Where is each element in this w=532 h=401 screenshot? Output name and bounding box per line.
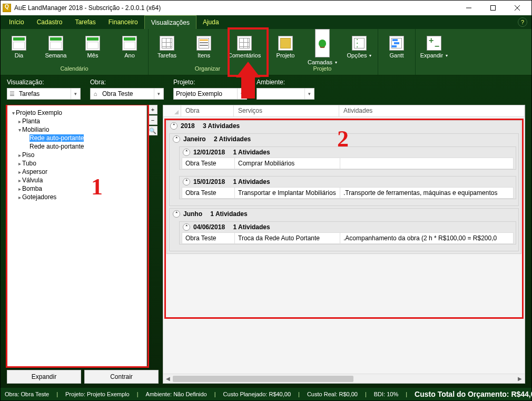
combo-visualizacao[interactable]: ☰ Tarefas ▾ xyxy=(7,88,81,100)
table-row[interactable]: Obra TesteTransportar e Implantar Mobili… xyxy=(182,187,514,199)
group-header[interactable]: ˄15/01/2018 1 Atividades xyxy=(180,177,516,187)
ribbon-group-projeto: Projeto Camadas Opções Projeto xyxy=(267,29,378,75)
ribbon-group-label: Calendário xyxy=(1,65,148,75)
calendar-icon xyxy=(85,36,100,51)
ribbon-mes[interactable]: Mês xyxy=(74,29,111,65)
tree-search-button[interactable]: 🔍 xyxy=(148,126,157,135)
scroll-right-icon[interactable]: ▶ xyxy=(515,376,525,382)
chevron-up-icon[interactable]: ˄ xyxy=(170,122,178,130)
maximize-button[interactable] xyxy=(481,1,505,15)
ribbon-itens[interactable]: Itens xyxy=(185,29,222,65)
project-icon xyxy=(278,36,293,51)
ribbon-comentarios[interactable]: Comentários xyxy=(222,29,267,65)
tree-add-button[interactable]: + xyxy=(148,105,157,114)
menu-ajuda[interactable]: Ajuda xyxy=(196,15,225,29)
expand-icon xyxy=(427,36,441,51)
scroll-thumb[interactable] xyxy=(173,376,353,382)
close-button[interactable] xyxy=(505,1,529,15)
menu-cadastro[interactable]: Cadastro xyxy=(31,15,69,29)
calendar-icon xyxy=(48,36,63,51)
ribbon-opcoes[interactable]: Opções xyxy=(341,29,378,65)
menu-tarefas[interactable]: Tarefas xyxy=(68,15,102,29)
menu-inicio[interactable]: Início xyxy=(3,15,31,29)
group-day: ˄15/01/2018 1 AtividadesObra TesteTransp… xyxy=(179,176,516,199)
status-planejado: Custo Planejado: R$40,00 xyxy=(223,391,291,397)
contract-button[interactable]: Contrair xyxy=(84,370,159,384)
chevron-up-icon[interactable]: ˄ xyxy=(183,223,190,231)
label-visualizacao: Visualização: xyxy=(7,79,81,86)
cell-servicos: Transportar e Implantar Mobiliários xyxy=(235,188,340,198)
chevron-up-icon[interactable]: ˄ xyxy=(173,135,180,143)
calendar-icon xyxy=(122,36,137,51)
horizontal-scrollbar[interactable]: ◀ ▶ xyxy=(163,374,525,383)
comment-icon xyxy=(237,36,252,51)
group-header[interactable]: ˄04/06/2018 1 Atividades xyxy=(180,222,516,232)
tree-item[interactable]: ▸Bomba xyxy=(9,184,144,193)
grid-corner[interactable] xyxy=(163,105,181,116)
ribbon-dia[interactable]: Dia xyxy=(1,29,37,65)
status-projeto: Projeto: Projeto Exemplo xyxy=(65,391,130,397)
tree-item[interactable]: ▸Aspersor xyxy=(9,168,144,176)
chevron-up-icon[interactable]: ˄ xyxy=(173,210,180,218)
ribbon-group-gantt: Gantt xyxy=(378,29,416,75)
options-icon xyxy=(352,36,367,51)
chevron-up-icon[interactable]: ˄ xyxy=(183,149,190,156)
menu-visualizacoes[interactable]: Visualizações xyxy=(144,15,196,29)
layers-icon xyxy=(315,29,330,57)
tree-item[interactable]: ▸Válvula xyxy=(9,176,144,184)
minimize-button[interactable] xyxy=(457,1,481,15)
group-header[interactable]: ˄Junho 1 Atividades xyxy=(170,209,518,219)
tree-side-buttons: + − 🔍 xyxy=(148,105,159,367)
grid-body[interactable]: ˄ 2018 3 Atividades ˄Janeiro 2 Atividade… xyxy=(163,117,525,374)
app-icon xyxy=(3,4,11,12)
tree-item[interactable]: ▸Planta xyxy=(9,117,144,125)
tree-item[interactable]: ▸Tubo xyxy=(9,159,144,168)
ribbon-ano[interactable]: Ano xyxy=(111,29,148,65)
col-header-atividades[interactable]: Atividades xyxy=(339,105,525,116)
table-row[interactable]: Obra TesteTroca da Rede Auto Portante.Ac… xyxy=(182,232,514,244)
label-obra: Obra: xyxy=(90,79,164,86)
ribbon-expandir[interactable]: Expandir xyxy=(416,29,452,65)
ribbon-gantt[interactable]: Gantt xyxy=(378,29,415,65)
chevron-down-icon: ▾ xyxy=(71,89,80,99)
combo-value: Obra Teste xyxy=(100,90,154,97)
combo-ambiente[interactable]: ▾ xyxy=(257,88,314,100)
gantt-icon xyxy=(389,36,404,51)
cell-obra: Obra Teste xyxy=(182,233,235,243)
chevron-up-icon[interactable]: ˄ xyxy=(183,178,190,185)
tree-remove-button[interactable]: − xyxy=(148,115,157,125)
ribbon-projeto[interactable]: Projeto xyxy=(267,29,304,65)
calendar-icon xyxy=(12,36,26,51)
left-panel: ▾Projeto Exemplo ▸Planta▾MobiliarioRede … xyxy=(7,105,159,384)
list-icon xyxy=(196,36,211,51)
tree-item[interactable]: ▾Mobiliario xyxy=(9,125,144,134)
col-header-obra[interactable]: Obra xyxy=(181,105,234,116)
cell-atividades: .Transporte de ferramentas, máquinas e e… xyxy=(340,188,513,198)
tree-item[interactable]: Rede auto-portante xyxy=(9,134,144,142)
home-icon: ⌂ xyxy=(91,91,100,97)
item-tree[interactable]: ▾Projeto Exemplo ▸Planta▾MobiliarioRede … xyxy=(7,105,147,367)
col-header-servicos[interactable]: Serviços xyxy=(234,105,339,116)
tree-root[interactable]: ▾Projeto Exemplo xyxy=(9,109,144,117)
tree-item[interactable]: ▸Gotejadores xyxy=(9,193,144,201)
menu-financeiro[interactable]: Financeiro xyxy=(102,15,144,29)
combo-value: Projeto Exemplo xyxy=(174,90,237,97)
scroll-left-icon[interactable]: ◀ xyxy=(163,376,173,382)
tree-item[interactable]: Rede auto-portante xyxy=(9,142,144,151)
annotation-number-2: 2 xyxy=(337,125,349,152)
help-icon[interactable]: ? xyxy=(518,17,527,27)
group-month: ˄Junho 1 Atividades˄04/06/2018 1 Ativida… xyxy=(169,208,519,251)
ribbon-camadas[interactable]: Camadas xyxy=(304,29,341,65)
table-row[interactable]: Obra TesteComprar Mobiliários xyxy=(182,158,514,169)
filter-bar: Visualização: ☰ Tarefas ▾ Obra: ⌂ Obra T… xyxy=(1,75,531,105)
status-bar: Obra: Obra Teste Projeto: Projeto Exempl… xyxy=(1,388,531,400)
cell-servicos: Comprar Mobiliários xyxy=(235,158,340,169)
title-bar: AuE LandManager 2018 - Subscrição - 2.0.… xyxy=(1,1,531,15)
grid-header: Obra Serviços Atividades xyxy=(163,105,525,117)
status-bdi: BDI: 10% xyxy=(374,391,398,397)
combo-obra[interactable]: ⌂ Obra Teste ▾ xyxy=(90,88,164,100)
ribbon-tarefas[interactable]: Tarefas xyxy=(149,29,185,65)
expand-button[interactable]: Expandir xyxy=(7,370,81,384)
ribbon-semana[interactable]: Semana xyxy=(37,29,74,65)
tree-item[interactable]: ▸Piso xyxy=(9,151,144,159)
